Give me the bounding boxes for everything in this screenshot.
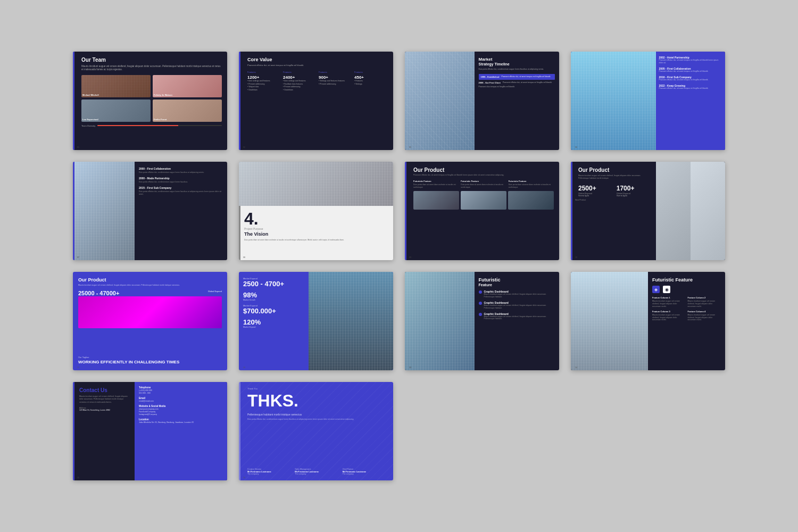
timeline-entry-1: 2000 - First Collaboration Duis porta ef… (139, 167, 223, 174)
feature-item-1: Graphic Dashboard Mauris tincidunt augue… (479, 290, 555, 298)
page-number: 09 (409, 256, 411, 259)
contact-right-panel: Telephone (+XXX) 000 000 021 000 - 000 E… (135, 382, 227, 480)
bottom-label: Next Product (575, 199, 652, 201)
timeline-entry-2: 2000 - Made Partnership Duis porta effic… (139, 177, 223, 184)
section-title: Location (139, 418, 223, 421)
feature-desc: Duis porta diam sit amet diam molestie u… (413, 184, 459, 189)
timeline-text: Praesent efficitur dui, sit amet tempus … (501, 76, 551, 78)
core-stats: Features 1200+ Item settings and feature… (247, 71, 388, 92)
slide-image (405, 52, 475, 150)
stat-number: $700.000+ (243, 307, 304, 315)
slide-subtitle: Feature (479, 283, 555, 287)
slide-core-value: Core Value Praesent efficitur dui, sit a… (239, 52, 393, 150)
icon-symbol-2: ◉ (665, 287, 669, 292)
team-photo-3: Leo Supervised (81, 99, 151, 122)
building-decoration (309, 272, 394, 370)
stat-row-2: 98% Market Growth (243, 291, 304, 301)
section-title: Website & Social Media (139, 405, 223, 408)
slide-title: Our Product (78, 277, 222, 282)
timeline-entry-1: 2002 - Hotel Partnership Praesent effici… (659, 56, 722, 64)
slide-market-strategy-blue: 2002 - Hotel Partnership Praesent effici… (571, 52, 725, 150)
slide-desc: Duis porta efficitur dui, condimentum au… (247, 418, 388, 421)
core-stat-3: Features 900+ Settings and features feat… (319, 71, 352, 92)
building-decoration (571, 52, 656, 150)
slide-timeline-building: 2000 - First Collaboration Duis porta ef… (73, 162, 227, 260)
stat-number-4: 450+ (354, 75, 388, 80)
slide-image (73, 162, 135, 260)
product-images (413, 191, 554, 210)
sub-label: Market Expand (243, 326, 304, 328)
core-stat-1: Features 1200+ Item settings and feature… (247, 71, 281, 92)
product-feature-2: Futuristic Feature Duis porta diam sit a… (461, 180, 506, 189)
tl-year: 2015 - First Sub Company (139, 186, 223, 189)
stat-items-2: Item settings and features Facilitate du… (283, 80, 317, 92)
stat-item: Settings (354, 83, 388, 86)
slide-futuristic-feature: Futuristic Feature Graphic Dashboard Mau… (405, 272, 559, 370)
section-title: Email (139, 397, 223, 400)
feature-dot (479, 302, 482, 305)
slide-product-ae: Our Product Mauris tincidunt augue vel o… (571, 162, 725, 260)
team-member-3: Chief Partner Mr.Firstname Lastname The … (343, 468, 388, 475)
building-decoration (239, 162, 393, 206)
member-contact: The company (247, 473, 293, 475)
stat-row-4: 120% Market Expand (243, 318, 304, 328)
stat-number-1: 2500+ (578, 185, 613, 192)
team-member-name-2: Felicity Jo Watson (154, 94, 172, 96)
laptop-image (78, 296, 222, 328)
product-feature-1: Futuristic Feature Duis porta diam sit a… (413, 180, 459, 189)
slide-title: Futuristic (479, 277, 555, 282)
page-number: 14 (575, 367, 577, 369)
tagline-label: Our Tagline (78, 356, 222, 359)
slide-content: Contact Us Mauris tincidunt augue vel or… (73, 382, 135, 480)
icon-blue: ◈ (652, 286, 660, 293)
product-img-1 (413, 191, 459, 210)
stat-label-2: Features (283, 71, 317, 73)
feat-col-title: Feature Column 4 (688, 310, 721, 313)
slide-desc: Duis porta efficitur dui, condimentum au… (479, 68, 555, 71)
timeline-item-3: Praesent duis tempus mi fringilla vel bl… (479, 86, 555, 88)
stat-label-3: Features (319, 71, 352, 73)
device-images (656, 162, 726, 260)
accent-bar (73, 382, 74, 480)
contact-section-email: Email email@email.com (139, 397, 223, 402)
slide-title: Our Product (578, 167, 652, 173)
project-label: Project Purpose (244, 227, 388, 230)
slide-subtitle: Pellentesque habitant morbi tristique se… (247, 413, 388, 416)
slide-market-strategy: Market Strategy Timeline Duis porta effi… (405, 52, 559, 150)
timeline-item-1: 1996 - Established Praesent efficitur du… (479, 74, 555, 80)
slide-stats-building: Market Expand 2500 - 4700+ 98% Market Gr… (239, 272, 393, 370)
page-number: 13 (409, 367, 411, 369)
building-decoration (73, 162, 135, 260)
team-member-2: Sales Management Mr.Firstname Lastname T… (295, 468, 340, 475)
slide-subtitle: Strategy Timeline (479, 62, 555, 66)
page-number: 12 (243, 367, 245, 369)
slide-grid: Our Team Mauris tincidunt augue vel orna… (52, 30, 746, 502)
team-member-name-3: Leo Supervised (82, 118, 98, 121)
feature-desc: Duis porta diam sit amet diam molestie u… (461, 184, 506, 189)
stat-number: 2500 - 4700+ (243, 280, 304, 288)
slide-content: Futuristic Feature Graphic Dashboard Mau… (475, 272, 560, 370)
tl-desc: Praesent efficitur dui, sit amet tempus … (659, 87, 722, 90)
stat-number-2: 1700+ (617, 185, 652, 192)
section-title: Telephone (139, 386, 223, 389)
stat-number-2: 2400+ (283, 75, 317, 80)
slide-title: Our Product (413, 167, 554, 173)
team-row: Creative Director Mr.Firstname Lastname … (247, 468, 388, 475)
tl-desc: Duis porta efficitur dui, condimentum au… (139, 190, 223, 196)
title-accent: Us (101, 387, 107, 393)
slide-our-product: Our Product Praesent efficitur dui, sit … (405, 162, 559, 260)
stat-item: Gradebam (247, 89, 281, 92)
feature-title: Futuristic Feature (413, 180, 459, 182)
title-plain: Contact (79, 387, 101, 393)
member-contact: The company (295, 473, 340, 475)
page-number: 07 (77, 256, 79, 259)
section-value: 021 000 - 000 (139, 392, 223, 394)
slide-content: Market Strategy Timeline Duis porta effi… (475, 52, 560, 150)
slide-image (309, 272, 394, 370)
tl-desc: Duis porta efficitur dui, condimentum au… (139, 171, 223, 174)
slide-image (571, 272, 648, 370)
team-photo-1: Michael Mitchell (81, 75, 151, 97)
slide-contact-us: Contact Us Mauris tincidunt augue vel or… (73, 382, 227, 480)
stat-label-1: Features (247, 71, 281, 73)
section-value: email@email.com (139, 400, 223, 402)
